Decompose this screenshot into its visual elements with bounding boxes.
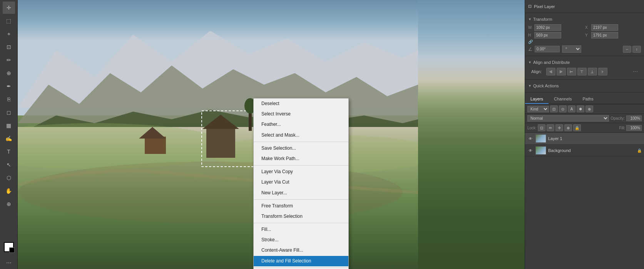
opacity-label: Opacity: <box>611 116 625 120</box>
height-cell: H <box>528 32 584 38</box>
healing-tool[interactable]: ⊕ <box>3 67 15 79</box>
menu-item-free-transform[interactable]: Free Transform <box>254 201 348 211</box>
quick-actions-chevron: ▼ <box>528 84 532 88</box>
x-input[interactable] <box>591 24 618 31</box>
separator-3 <box>254 199 348 200</box>
lock-label: Lock: <box>527 126 537 130</box>
tab-paths[interactable]: Paths <box>577 95 599 104</box>
separator-4 <box>254 223 348 223</box>
lock-artboard-btn[interactable]: ⊕ <box>564 124 572 131</box>
left-toolbar: ✛ ⬚ ⌖ ⊡ ✏ ⊕ ✒ ⎘ ◻ ▦ ✍ T ↖ ⬡ ✋ ⊕ ⋯ <box>0 0 18 269</box>
eyedropper-tool[interactable]: ✏ <box>3 54 15 66</box>
pixel-layer-icon: ⊡ <box>528 4 532 9</box>
tab-channels[interactable]: Channels <box>549 95 577 104</box>
background-lock-icon: 🔒 <box>637 149 642 153</box>
flip-h-btn[interactable]: ↔ <box>623 46 631 53</box>
align-center-h-btn[interactable]: ⫸ <box>557 68 566 75</box>
zoom-tool[interactable]: ⊕ <box>3 198 15 210</box>
lasso-tool[interactable]: ⌖ <box>3 28 15 40</box>
menu-item-layer-via-copy[interactable]: Layer Via Copy <box>254 167 348 177</box>
clone-tool[interactable]: ⎘ <box>3 93 15 105</box>
menu-item-make-work-path[interactable]: Make Work Path... <box>254 154 348 164</box>
angle-label: ∠ <box>528 47 532 52</box>
transform-section: ▼ Transform W X H Y 🔗 <box>525 13 644 56</box>
layer-1-visibility[interactable]: 👁 <box>527 135 534 142</box>
angle-unit-select[interactable]: ° rad <box>562 45 581 53</box>
layers-panel: Layers Channels Paths Kind ⊡ ⊙ A ✱ ⊕ Nor… <box>525 92 644 269</box>
align-left-btn[interactable]: ⫷ <box>546 68 555 75</box>
align-top-btn[interactable]: ⊤ <box>577 68 587 75</box>
background-visibility[interactable]: 👁 <box>527 147 534 154</box>
filter-btn-3[interactable]: A <box>568 105 575 112</box>
menu-item-content-aware-fill[interactable]: Content-Aware Fill... <box>254 245 348 256</box>
width-input[interactable] <box>534 24 561 31</box>
quick-actions-title: Quick Actions <box>533 84 559 88</box>
lock-transparent-btn[interactable]: ⊡ <box>538 124 545 131</box>
menu-item-fill[interactable]: Fill... <box>254 224 348 235</box>
menu-item-deselect[interactable]: Deselect <box>254 99 348 109</box>
menu-item-new-layer[interactable]: New Layer... <box>254 188 348 198</box>
align-bottom-btn[interactable]: ⊦ <box>598 68 607 75</box>
filter-btn-4[interactable]: ✱ <box>577 105 584 112</box>
y-cell: Y <box>585 32 641 38</box>
arrow-tool[interactable]: ↖ <box>3 159 15 171</box>
filter-btn-1[interactable]: ⊡ <box>550 105 558 112</box>
layers-filter-row: Kind ⊡ ⊙ A ✱ ⊕ <box>525 104 644 114</box>
align-header[interactable]: ▼ Align and Distribute <box>525 58 644 66</box>
canvas-svg <box>18 0 418 269</box>
align-right-btn[interactable]: ⊢ <box>567 68 576 75</box>
gradient-tool[interactable]: ▦ <box>3 119 15 132</box>
shape-tool[interactable]: ⬡ <box>3 172 15 184</box>
crop-tool[interactable]: ⊡ <box>3 41 15 53</box>
pen-tool[interactable]: ✍ <box>3 132 15 145</box>
menu-item-select-inverse[interactable]: Select Inverse <box>254 109 348 119</box>
svg-rect-8 <box>145 137 166 154</box>
eraser-tool[interactable]: ◻ <box>3 106 15 119</box>
filter-btn-5[interactable]: ⊕ <box>585 105 593 112</box>
align-middle-v-btn[interactable]: ⊥ <box>588 68 597 75</box>
transform-title: Transform <box>533 17 552 22</box>
angle-row: ∠ ° rad ↔ ↕ <box>525 45 644 53</box>
align-more-btn[interactable]: ··· <box>630 68 641 75</box>
separator-2 <box>254 165 348 165</box>
blend-mode-select[interactable]: Normal Multiply Screen <box>527 115 609 122</box>
menu-item-layer-via-cut[interactable]: Layer Via Cut <box>254 177 348 187</box>
filter-btn-2[interactable]: ⊙ <box>559 105 567 112</box>
layers-mode-row: Normal Multiply Screen Opacity: <box>525 114 644 123</box>
menu-item-transform-selection[interactable]: Transform Selection <box>254 211 348 222</box>
menu-item-select-mask[interactable]: Select and Mask... <box>254 130 348 140</box>
angle-input[interactable] <box>535 46 560 52</box>
width-cell: W <box>528 24 584 31</box>
menu-item-save-selection[interactable]: Save Selection... <box>254 143 348 154</box>
layer-item-1[interactable]: 👁 Layer 1 <box>525 133 644 145</box>
lock-all-btn[interactable]: 🔒 <box>573 124 581 131</box>
lock-move-btn[interactable]: ✛ <box>555 124 563 131</box>
hand-tool[interactable]: ✋ <box>3 185 15 197</box>
more-tools[interactable]: ⋯ <box>3 257 15 269</box>
type-tool[interactable]: T <box>3 145 15 158</box>
brush-tool[interactable]: ✒ <box>3 80 15 92</box>
menu-item-stroke[interactable]: Stroke... <box>254 235 348 245</box>
transform-header[interactable]: ▼ Transform <box>525 15 644 23</box>
pixel-layer-row: ⊡ Pixel Layer <box>525 2 644 10</box>
selection-tool[interactable]: ⬚ <box>3 15 15 27</box>
link-icon[interactable]: 🔗 <box>528 40 533 44</box>
quick-actions-header[interactable]: ▼ Quick Actions <box>525 82 644 90</box>
opacity-input[interactable] <box>626 115 642 121</box>
align-distribute-section: ▼ Align and Distribute Align: ⫷ ⫸ ⊢ ⊤ ⊥ … <box>525 56 644 80</box>
move-tool[interactable]: ✛ <box>3 2 15 14</box>
height-input[interactable] <box>534 32 561 38</box>
flip-v-btn[interactable]: ↕ <box>632 46 641 53</box>
menu-item-delete-fill[interactable]: Delete and Fill Selection <box>254 256 348 266</box>
layer-item-background[interactable]: 👁 Background 🔒 <box>525 145 644 157</box>
kind-filter-select[interactable]: Kind <box>527 106 549 112</box>
fill-input[interactable] <box>626 125 642 131</box>
tab-layers[interactable]: Layers <box>525 95 549 104</box>
layers-tabs: Layers Channels Paths <box>525 95 644 104</box>
menu-item-feather[interactable]: Feather... <box>254 119 348 130</box>
y-input[interactable] <box>591 32 618 38</box>
background-thumbnail <box>535 146 546 155</box>
canvas-area: Deselect Select Inverse Feather... Selec… <box>18 0 525 269</box>
pixel-layer-section: ⊡ Pixel Layer <box>525 0 644 13</box>
lock-paint-btn[interactable]: ✏ <box>547 124 554 131</box>
